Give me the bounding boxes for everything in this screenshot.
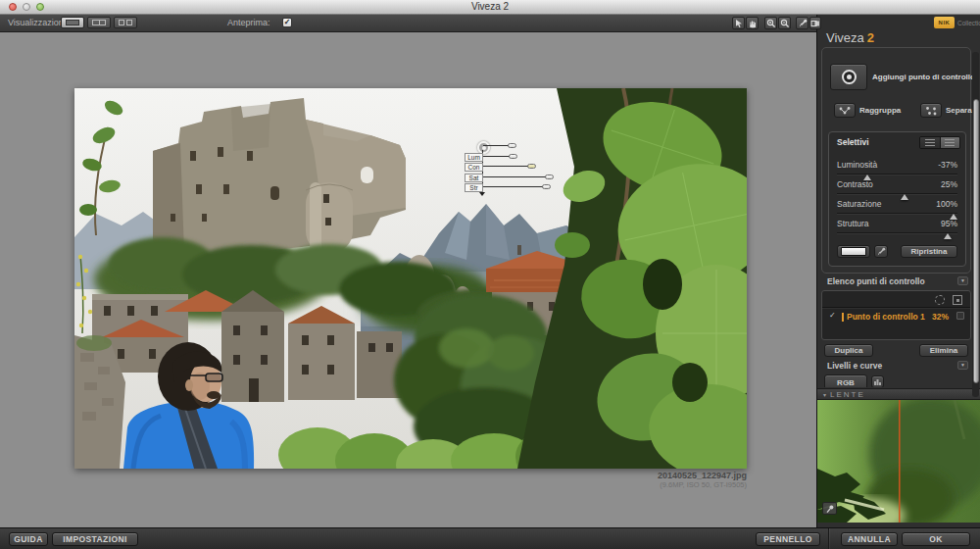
loupe-image [817,400,980,523]
slider-saturazione: Saturazione 100% [837,199,957,219]
slider-track[interactable] [837,174,957,175]
control-point-name[interactable]: Punto di controllo 1 [847,312,925,322]
minimize-icon[interactable] [23,3,30,11]
add-control-point-label: Aggiungi punto di controllo [872,64,975,90]
zoom-out-icon [780,19,790,28]
cp-str-handle[interactable] [542,184,551,189]
side-panel: NIK Collection Viveza2 Aggiungi punto di… [816,15,980,527]
select-tool-button[interactable] [732,17,745,29]
slider-track[interactable] [837,213,957,214]
slider-handle[interactable] [944,233,952,239]
histogram-icon [873,377,882,386]
compare-tool-button[interactable] [809,17,821,29]
rgb-channel-button[interactable]: RGB [824,374,867,387]
footer-divider [828,528,829,549]
slider-contrasto: Contrasto 25% [837,179,957,199]
eyedropper-button[interactable] [874,245,888,258]
preview-checkbox[interactable]: ✓ [282,18,292,27]
panel-scrollbar[interactable] [972,52,979,397]
list-divider [822,307,970,308]
caption-filename: 20140525_122947.jpg [658,472,747,480]
cp-sat-handle[interactable] [545,175,554,179]
show-mask-icon[interactable] [953,295,962,305]
control-point-overlay[interactable]: Lum Con Sat Str [465,137,566,198]
separate-icon [925,106,937,116]
duplicate-button[interactable]: Duplica [824,344,873,357]
slider-value: -37% [938,160,957,170]
side-by-side-view-button[interactable] [114,17,137,28]
loupe-pin-button[interactable] [822,502,837,515]
reset-button[interactable]: Ripristina [901,245,957,258]
group-button[interactable] [834,103,856,118]
selettivi-title: Selettivi [837,137,869,147]
cp-con-row: Con [465,163,566,171]
slider-value: 95% [941,219,957,228]
hand-tool-button[interactable] [746,17,759,29]
cp-size-row [465,142,566,150]
panel-title: Viveza2 [826,30,874,45]
control-point-checkbox[interactable]: ✓ [829,311,836,320]
photo-canvas[interactable] [74,88,747,469]
split-view-icon [92,20,106,25]
single-view-button[interactable] [61,17,84,28]
cp-size-handle[interactable] [508,143,516,148]
selettivi-mode-toggle[interactable] [919,136,960,149]
control-point-arrow-icon [479,192,485,196]
eyedropper-tool-button[interactable] [796,17,808,29]
compact-view-icon[interactable] [941,137,960,148]
group-icon [839,106,851,116]
loupe-label: LENTE [830,390,865,399]
help-button[interactable]: GUIDA [9,532,48,546]
window-title: Viveza 2 [0,0,980,14]
photo-image [74,88,747,469]
views-label: Visualizzazioni: [8,15,68,31]
close-icon[interactable] [9,3,17,11]
slider-value: 100% [936,199,957,209]
split-view-button[interactable] [87,17,111,28]
zoom-in-tool-button[interactable] [764,17,777,29]
cp-str-label: Str [465,183,483,192]
show-selection-icon[interactable] [935,295,945,305]
loupe-preview[interactable] [817,400,980,523]
zoom-icon[interactable] [36,3,44,11]
control-point-icon [842,70,857,84]
group-label: Raggruppa [859,103,901,118]
separate-button[interactable] [920,103,942,118]
sliders-view-icon[interactable] [920,137,941,148]
select-tool-icon [734,19,744,28]
collapse-levels-curves-button[interactable]: ▼ [957,361,968,370]
zoom-out-tool-button[interactable] [778,17,791,29]
slider-luminosita: Luminosità -37% [837,160,957,179]
histogram-button[interactable] [871,375,884,387]
collection-label: Collection [957,20,980,26]
cp-con-handle[interactable] [527,164,536,169]
nik-logo-icon: NIK [934,17,955,28]
panel-scrollbar-thumb[interactable] [973,99,979,383]
settings-button[interactable]: IMPOSTAZIONI [52,532,138,546]
control-points-header: Elenco punti di controllo [827,276,925,286]
photo-caption: 20140525_122947.jpg (9.6MP, ISO 50, GT-I… [658,472,747,489]
nik-brand: NIK Collection [934,17,980,28]
collapse-control-points-button[interactable]: ▼ [957,276,968,285]
color-swatch-button[interactable] [837,245,870,258]
zoom-in-icon [766,19,776,28]
delete-button[interactable]: Elimina [919,344,968,357]
cancel-button[interactable]: ANNULLA [841,532,898,546]
slider-track[interactable] [837,193,957,194]
levels-curves-partial: RGB [824,374,893,387]
cp-sat-row: Sat [465,174,566,181]
mask-checkbox[interactable] [956,312,964,320]
active-indicator [842,313,844,322]
slider-struttura: Struttura 95% [837,219,957,238]
caption-meta: (9.6MP, ISO 50, GT-I9505) [658,480,747,489]
hand-tool-icon [748,19,758,28]
brush-button[interactable]: PENNELLO [756,532,820,546]
color-swatch-icon [841,247,866,256]
cp-lum-handle[interactable] [509,154,517,159]
add-control-point-button[interactable] [830,64,867,90]
slider-track[interactable] [837,232,957,233]
slider-label: Saturazione [837,199,881,209]
loupe-header[interactable]: ▾ LENTE [817,388,980,400]
ok-button[interactable]: OK [902,532,970,546]
loupe-collapse-icon[interactable]: ▾ [823,391,826,398]
